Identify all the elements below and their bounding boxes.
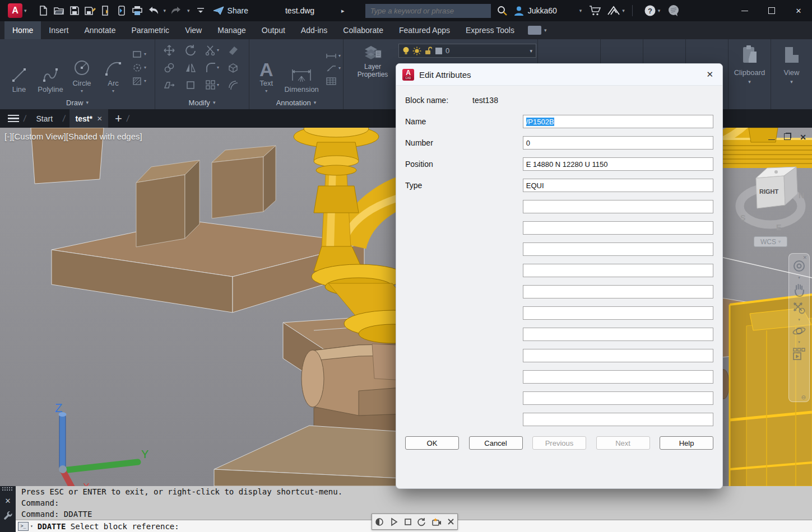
compass-east[interactable]: E: [776, 223, 781, 232]
app-menu-caret-icon[interactable]: ▾: [24, 8, 27, 13]
ribbon-tab[interactable]: Parametric: [123, 21, 177, 39]
attribute-input-empty[interactable]: [523, 285, 713, 298]
ribbon-tab[interactable]: Insert: [41, 21, 76, 39]
ribbon-tab[interactable]: Manage: [210, 21, 254, 39]
attribute-input-empty[interactable]: [523, 391, 713, 405]
rectangle-tool[interactable]: ▾: [132, 50, 146, 59]
modify-offset-icon[interactable]: [227, 79, 239, 91]
help-icon[interactable]: ?: [644, 4, 656, 17]
command-window-grip[interactable]: ✕: [0, 486, 16, 532]
ribbon-tab[interactable]: Featured Apps: [391, 21, 458, 39]
customize-quick-access-icon[interactable]: [194, 4, 207, 17]
wcs-dropdown[interactable]: WCS ▿: [754, 236, 787, 247]
attribute-input-empty[interactable]: [523, 328, 713, 341]
dialog-button[interactable]: OK: [405, 436, 459, 450]
attribute-input-empty[interactable]: [523, 264, 713, 277]
dialog-button[interactable]: Cancel: [469, 436, 523, 450]
new-file-icon[interactable]: [36, 4, 50, 17]
attribute-input[interactable]: 0: [523, 136, 713, 150]
customize-wrench-icon[interactable]: [3, 510, 13, 520]
circle-flyout-caret-icon[interactable]: ▾: [81, 88, 83, 94]
modify-stretch-icon[interactable]: [163, 79, 175, 91]
minimize-button[interactable]: [731, 0, 758, 21]
modify-trim-icon[interactable]: ▾: [205, 44, 219, 57]
user-menu-caret-icon[interactable]: ▾: [579, 8, 582, 13]
arc-flyout-caret-icon[interactable]: ▾: [112, 88, 114, 94]
attribute-input-empty[interactable]: [523, 200, 713, 213]
modify-copy-icon[interactable]: [163, 62, 175, 74]
assistant-icon[interactable]: [667, 4, 681, 17]
attribute-input-empty[interactable]: [523, 221, 713, 235]
modify-move-icon[interactable]: [163, 44, 175, 57]
viewcube-face-label[interactable]: RIGHT: [759, 188, 779, 195]
command-close-icon[interactable]: ✕: [5, 497, 11, 505]
navbar-close-icon[interactable]: ✕: [802, 255, 807, 260]
attribute-input-empty[interactable]: [523, 349, 713, 362]
search-icon[interactable]: [497, 5, 508, 16]
attribute-input-empty[interactable]: [523, 306, 713, 320]
compass-north[interactable]: N: [799, 191, 804, 200]
modify-rotate-icon[interactable]: [184, 44, 197, 57]
text-tool[interactable]: A Text ▾: [255, 41, 277, 96]
table-tool[interactable]: [326, 77, 341, 86]
layer-dropdown[interactable]: 0 ▾: [398, 44, 536, 58]
hatch-tool[interactable]: ▾: [132, 77, 146, 86]
dialog-close-icon[interactable]: ✕: [706, 69, 713, 80]
modify-scale-icon[interactable]: [184, 79, 197, 91]
dialog-button[interactable]: Help: [660, 436, 713, 450]
username[interactable]: Jukka60: [528, 6, 557, 15]
title-expand-caret-icon[interactable]: ▸: [341, 7, 345, 15]
redo-history-caret-icon[interactable]: ▾: [187, 8, 190, 13]
modify-array-icon[interactable]: ▾: [205, 79, 219, 91]
undo-icon[interactable]: [146, 4, 160, 17]
arc-tool[interactable]: Arc ▾: [98, 39, 129, 96]
camera-icon[interactable]: [431, 517, 442, 526]
ribbon-tab[interactable]: Output: [254, 21, 293, 39]
layer-dropdown-caret-icon[interactable]: ▾: [530, 48, 532, 54]
attribute-input[interactable]: E 14880 N 12280 U 1150: [523, 157, 713, 171]
pan-hand-icon[interactable]: [792, 283, 806, 297]
panel-view[interactable]: View ▾: [771, 39, 812, 109]
file-tab-test[interactable]: test* ✕: [69, 109, 108, 128]
autocad-logo-icon[interactable]: A: [8, 3, 22, 18]
attribute-input-empty[interactable]: [523, 370, 713, 384]
save-to-web-mobile-icon[interactable]: [99, 4, 113, 17]
help-menu-caret-icon[interactable]: ▾: [658, 8, 661, 13]
hamburger-menu-icon[interactable]: [8, 115, 19, 123]
record-icon[interactable]: [375, 517, 384, 526]
zoom-icon[interactable]: [792, 301, 806, 315]
recent-commands-caret-icon[interactable]: ▾: [30, 524, 33, 529]
attribute-input-empty[interactable]: [523, 413, 713, 426]
mobile-icon[interactable]: [115, 4, 128, 17]
center-mark-tool[interactable]: ▾: [132, 63, 146, 72]
circle-tool[interactable]: Circle ▾: [66, 39, 98, 96]
navigation-bar[interactable]: ✕ ▾ ▾ ▾ ⊖: [788, 253, 810, 402]
dialog-button[interactable]: Previous: [532, 436, 586, 450]
ribbon-tab[interactable]: View: [177, 21, 210, 39]
ribbon-tab[interactable]: Home: [4, 21, 41, 39]
save-as-icon[interactable]: [83, 4, 97, 17]
attribute-input[interactable]: /P1502B: [523, 115, 713, 128]
ucs-icon[interactable]: Z Y X: [55, 401, 149, 486]
close-button[interactable]: ✕: [785, 0, 812, 21]
drawing-minimize-icon[interactable]: [768, 132, 775, 142]
ribbon-display-toggle[interactable]: ▾: [528, 21, 549, 39]
dimension-tool[interactable]: Dimension: [282, 41, 321, 96]
modify-mirror-icon[interactable]: [184, 62, 197, 74]
autodesk-logo-icon[interactable]: [607, 6, 620, 16]
viewport-controls-label[interactable]: [-][Custom View][Shaded with edges]: [4, 132, 142, 141]
panel-clipboard[interactable]: Clipboard ▾: [729, 39, 771, 109]
leader-tool[interactable]: ▾: [326, 64, 341, 72]
file-tab-start[interactable]: Start: [30, 109, 58, 128]
viewcube-home-icon[interactable]: [774, 170, 778, 174]
layer-properties-button[interactable]: Layer Properties: [350, 43, 395, 78]
close-toolbar-icon[interactable]: [447, 518, 454, 525]
panel-label-draw[interactable]: Draw▾: [0, 96, 155, 109]
navigation-wheel-icon[interactable]: [792, 259, 806, 273]
open-file-icon[interactable]: [52, 4, 66, 17]
loop-icon[interactable]: [417, 517, 426, 526]
viewcube[interactable]: S E N RIGHT WCS ▿: [734, 164, 808, 247]
polyline-tool[interactable]: Polyline: [35, 39, 66, 96]
showmotion-icon[interactable]: [792, 347, 806, 361]
navbar-collapse-icon[interactable]: ⊖: [801, 394, 806, 400]
